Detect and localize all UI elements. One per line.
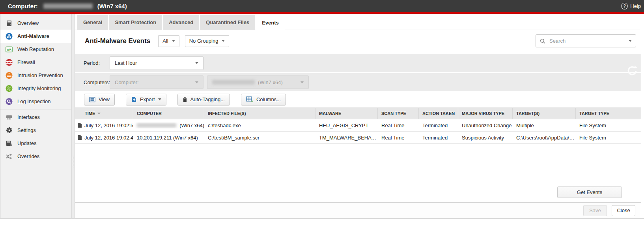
sidebar-item-interfaces[interactable]: Interfaces [0,111,71,124]
tab-general[interactable]: General [77,15,108,30]
tab-quarantined-files[interactable]: Quarantined Files [200,15,255,30]
auto-tagging-button[interactable]: Auto-Tagging... [177,94,230,106]
column-header-scan-type[interactable]: SCAN TYPE [378,108,419,119]
table-empty-area [75,144,641,182]
column-header-target-type[interactable]: TARGET TYPE [576,108,641,119]
column-header-targets[interactable]: TARGET(S) [513,108,576,119]
column-header-action-taken[interactable]: ACTION TAKEN [419,108,458,119]
event-major-virus-type: Suspicious Activity [458,135,513,141]
computer-filter-dropdown: Computer: [110,75,203,89]
document-icon [77,122,82,128]
severity-filter-dropdown[interactable]: All [158,35,179,47]
event-malware: HEU_AEGIS_CRYPT [315,122,378,128]
event-action-taken: Terminated [419,122,458,128]
sidebar-item-updates[interactable]: Updates [0,137,71,150]
grouping-dropdown[interactable]: No Grouping [185,35,230,47]
window-title-label: Computer: [8,3,38,9]
tab-smart-protection[interactable]: Smart Protection [109,15,162,30]
document-icon [77,135,82,140]
fingerprint-icon [6,85,13,92]
intrusion-icon [6,72,13,79]
sidebar-item-overrides[interactable]: Overrides [0,150,71,163]
magnifier-icon [6,98,13,105]
shuffle-icon [6,153,13,160]
event-action-taken: Terminated [419,135,458,141]
table-row[interactable]: July 12, 2016 19:02:41 10.201.119.211 (W… [75,132,641,144]
search-options-chevron-icon[interactable] [629,40,632,42]
window-title-suffix: (Win7 x64) [97,3,127,9]
server-icon [6,20,13,27]
event-infected-file: C:\test\BM_sample.scr [204,135,315,141]
sidebar-item-firewall[interactable]: Firewall [0,56,71,69]
redacted-hostname [43,4,93,9]
splitter-grip-handle[interactable] [73,155,74,168]
search-input[interactable] [549,38,625,44]
column-header-time[interactable]: TIME [75,108,133,119]
chevron-down-icon [172,40,175,42]
event-computer: (Win7 x64) [179,122,204,128]
sidebar-item-web-reputation[interactable]: WR Web Reputation [0,43,71,56]
get-events-button[interactable]: Get Events [557,187,622,198]
chevron-down-icon [195,62,198,64]
sidebar-item-label: Interfaces [17,114,40,120]
biohazard-icon [6,33,13,40]
event-malware: TM_MALWARE_BEHAVIOR [315,135,378,141]
help-button[interactable]: ? Help [621,3,641,9]
refresh-icon[interactable] [626,64,638,77]
sidebar-item-label: Settings [17,127,36,133]
computers-filter-band: Computers: Computer: (Win7 x64) [75,73,641,91]
get-events-row: Get Events [75,182,641,202]
view-button[interactable]: View [84,94,115,106]
auto-tagging-label: Auto-Tagging... [190,96,225,102]
period-dropdown[interactable]: Last Hour [110,57,203,70]
events-header-row: Anti-Malware Events All No Grouping [75,30,641,52]
table-row[interactable]: July 12, 2016 19:02:51 (Win7 x64) c:\tes… [75,119,641,132]
tab-events[interactable]: Events [256,15,285,30]
sidebar-item-integrity-monitoring[interactable]: Integrity Monitoring [0,82,71,95]
view-label: View [99,96,110,102]
server-download-icon [6,140,13,147]
event-scan-type: Real Time [378,135,419,141]
period-filter-band: Period: Last Hour [75,54,641,72]
chevron-down-icon [301,81,304,83]
events-table-header: TIME COMPUTER INFECTED FILE(S) MALWARE S… [75,107,641,119]
tab-advanced[interactable]: Advanced [163,15,199,30]
computer-details-window: Computer: (Win7 x64) ? Help Overview Ant… [0,0,644,228]
export-icon [131,96,137,102]
help-icon: ? [621,3,628,9]
event-scan-type: Real Time [378,122,419,128]
sidebar-item-label: Overrides [17,153,39,159]
network-port-icon [6,114,13,121]
background-area [0,219,644,228]
brick-wall-icon [6,59,13,66]
sidebar-item-settings[interactable]: Settings [0,124,71,137]
column-header-computer[interactable]: COMPUTER [133,108,204,119]
event-targets: Multiple [513,122,576,128]
sidebar-item-log-inspection[interactable]: Log Inspection [0,95,71,108]
page-title: Anti-Malware Events [85,37,150,45]
sidebar-item-label: Overview [17,20,39,26]
columns-label: Columns... [256,96,281,102]
column-header-infected-files[interactable]: INFECTED FILE(S) [204,108,315,119]
export-button[interactable]: Export [126,94,166,106]
sidebar-item-intrusion-prevention[interactable]: Intrusion Prevention [0,69,71,82]
sidebar-item-label: Anti-Malware [17,33,49,39]
event-target-type: File System [576,122,641,128]
column-header-major-virus-type[interactable]: MAJOR VIRUS TYPE [458,108,513,119]
sidebar-item-overview[interactable]: Overview [0,17,71,30]
chevron-down-icon [158,98,161,100]
columns-button[interactable]: Columns... [241,94,286,106]
sidebar-item-label: Integrity Monitoring [17,85,61,91]
chevron-down-icon [222,40,225,42]
tab-strip: General Smart Protection Advanced Quaran… [75,14,641,30]
close-button[interactable]: Close [612,205,635,216]
sidebar-item-label: Updates [17,140,36,146]
period-label: Period: [84,60,110,66]
computer-filter-value: Computer: [115,79,139,85]
sidebar-item-label: Firewall [17,59,35,65]
redacted-computer-name [212,80,255,85]
main-panel: General Smart Protection Advanced Quaran… [75,14,641,218]
column-header-malware[interactable]: MALWARE [315,108,378,119]
dialog-footer: Save Close [75,202,641,218]
sidebar-item-anti-malware[interactable]: Anti-Malware [0,30,71,43]
